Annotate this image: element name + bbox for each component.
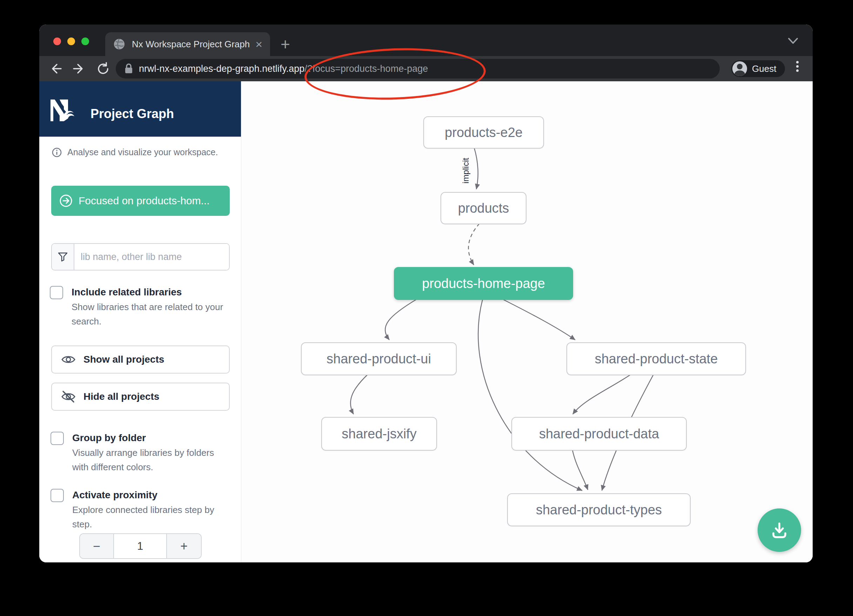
graph-node-products-home-page[interactable]: products-home-page: [394, 267, 573, 300]
chevron-down-icon[interactable]: [786, 36, 800, 45]
window-controls: [53, 38, 89, 45]
filter-input[interactable]: [74, 244, 229, 270]
profile-chip[interactable]: Guest: [731, 60, 785, 77]
tab-title: Nx Workspace Project Graph: [132, 39, 252, 50]
stepper-value: 1: [114, 534, 166, 558]
activate-proximity-label: Activate proximity: [72, 488, 231, 502]
url-bar[interactable]: nrwl-nx-examples-dep-graph.netlify.app/?…: [116, 59, 720, 79]
graph-edge-products-home-page-to-shared-product-state: [502, 299, 575, 340]
forward-icon[interactable]: [72, 62, 86, 76]
graph-node-shared-product-types[interactable]: shared-product-types: [507, 493, 691, 526]
globe-icon: [113, 38, 126, 50]
zoom-window-button[interactable]: [81, 38, 89, 45]
graph-edge-products-e2e-to-products: [474, 148, 478, 189]
include-related-description: Show libraries that are related to your …: [71, 300, 230, 329]
group-by-folder-checkbox[interactable]: [50, 432, 64, 445]
reload-icon[interactable]: [96, 62, 110, 76]
graph-node-shared-jsxify[interactable]: shared-jsxify: [321, 417, 437, 451]
graph-edge-products-to-products-home-page: [469, 224, 480, 265]
hide-all-projects-button[interactable]: Hide all projects: [51, 383, 230, 411]
funnel-icon: [58, 251, 68, 262]
group-by-folder-description: Visually arrange libraries by folders wi…: [72, 446, 231, 474]
info-icon: [52, 148, 62, 157]
profile-name: Guest: [752, 64, 776, 74]
graph-node-shared-product-ui[interactable]: shared-product-ui: [301, 342, 457, 375]
graph-canvas[interactable]: implicit products-e2eproductsproducts-ho…: [241, 81, 813, 562]
graph-node-products-e2e[interactable]: products-e2e: [423, 117, 544, 148]
graph-edge-shared-product-data-to-shared-product-types: [572, 450, 588, 490]
new-tab-button[interactable]: +: [281, 34, 290, 54]
url-domain: nrwl-nx-examples-dep-graph.netlify.app: [139, 64, 304, 74]
sidebar-header: Project Graph: [39, 81, 241, 137]
filter-icon-segment: [52, 244, 74, 270]
browser-toolbar: nrwl-nx-examples-dep-graph.netlify.app/?…: [39, 56, 813, 81]
activate-proximity-checkbox[interactable]: [50, 489, 64, 502]
filter-field: [51, 243, 230, 271]
include-related-row: Include related libraries Show libraries…: [50, 285, 230, 329]
tagline-text: Analyse and visualize your workspace.: [67, 147, 218, 157]
avatar: [732, 61, 747, 76]
edge-label-implicit: implicit: [461, 158, 471, 184]
tab-nx-workspace-project-graph[interactable]: Nx Workspace Project Graph ×: [105, 32, 270, 56]
minimize-window-button[interactable]: [67, 38, 75, 45]
group-by-folder-row: Group by folder Visually arrange librari…: [50, 431, 231, 474]
lock-icon: [124, 63, 133, 74]
activate-proximity-description: Explore connected libraries step by step…: [72, 503, 231, 531]
url-text: nrwl-nx-examples-dep-graph.netlify.app/?…: [139, 64, 428, 74]
include-related-label: Include related libraries: [71, 285, 230, 299]
tab-bar: Nx Workspace Project Graph × +: [39, 24, 813, 56]
include-related-checkbox[interactable]: [50, 286, 63, 299]
graph-edge-products-home-page-to-shared-product-types: [478, 299, 582, 490]
focus-arrow-icon: [59, 194, 73, 208]
graph-node-shared-product-data[interactable]: shared-product-data: [511, 417, 687, 451]
graph-node-shared-product-state[interactable]: shared-product-state: [566, 342, 746, 375]
download-image-button[interactable]: [757, 509, 801, 552]
nx-logo: [50, 100, 81, 121]
url-path: /?focus=products-home-page: [304, 64, 428, 74]
graph-edge-shared-product-ui-to-shared-jsxify: [351, 375, 367, 414]
close-tab-icon[interactable]: ×: [255, 38, 263, 50]
tagline: Analyse and visualize your workspace.: [52, 147, 218, 157]
group-by-folder-label: Group by folder: [72, 431, 231, 445]
sidebar: Project Graph Analyse and visualize your…: [39, 81, 241, 562]
hide-all-projects-label: Hide all projects: [83, 391, 159, 402]
eye-icon: [61, 354, 76, 365]
show-all-projects-label: Show all projects: [83, 354, 164, 365]
browser-menu-icon[interactable]: [796, 61, 798, 72]
activate-proximity-row: Activate proximity Explore connected lib…: [50, 488, 231, 531]
close-window-button[interactable]: [53, 38, 61, 45]
eye-off-icon: [61, 390, 76, 403]
graph-edges: implicit: [241, 81, 813, 562]
back-icon[interactable]: [49, 62, 62, 76]
graph-edge-products-home-page-to-shared-product-ui: [385, 299, 417, 340]
page-title: Project Graph: [91, 106, 174, 121]
browser-window: Nx Workspace Project Graph × +: [39, 24, 813, 562]
focused-button-label: Focused on products-hom...: [79, 195, 210, 207]
stepper-decrement-button[interactable]: −: [80, 534, 114, 558]
graph-edge-shared-product-state-to-shared-product-data: [573, 375, 631, 414]
download-icon: [768, 519, 790, 541]
proximity-stepper: − 1 +: [79, 533, 202, 559]
stepper-increment-button[interactable]: +: [166, 534, 201, 558]
show-all-projects-button[interactable]: Show all projects: [51, 345, 230, 374]
focused-button[interactable]: Focused on products-hom...: [51, 186, 230, 216]
graph-node-products[interactable]: products: [440, 192, 527, 224]
